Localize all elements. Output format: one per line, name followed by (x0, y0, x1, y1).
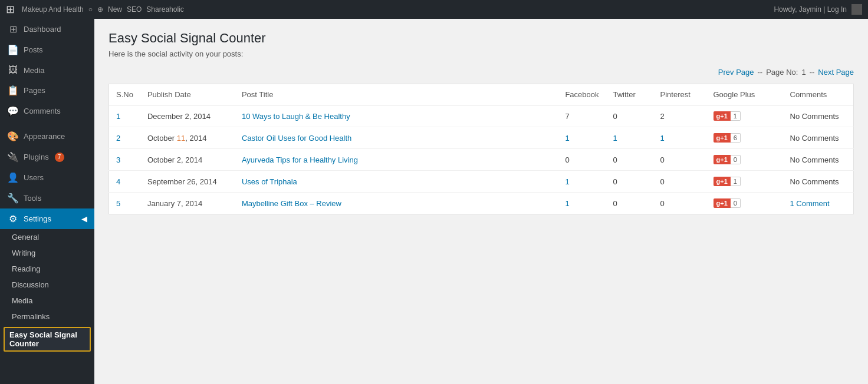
twitter-count-link[interactable]: 1 (613, 134, 617, 143)
admin-bar-sep: ○ (88, 5, 93, 14)
facebook-count-link[interactable]: 1 (565, 177, 569, 186)
cell-sno: 5 (109, 193, 140, 214)
page-sep-2: -- (810, 68, 815, 77)
sidebar-item-label: Comments (24, 107, 61, 115)
cell-facebook: 1 (558, 193, 606, 214)
sidebar-item-pages[interactable]: 📋 Pages (0, 80, 94, 101)
sidebar-item-dashboard[interactable]: ⊞ Dashboard (0, 19, 94, 39)
admin-bar-seo[interactable]: SEO (127, 5, 142, 14)
sidebar-item-users[interactable]: 👤 Users (0, 167, 94, 188)
admin-user-info[interactable]: Howdy, Jaymin | Log In (774, 5, 847, 14)
cell-comments: 1 Comment (783, 193, 854, 214)
sidebar-item-label: Media (24, 66, 44, 75)
wp-logo-icon: ⊞ (6, 3, 15, 16)
comment-link[interactable]: 1 Comment (790, 199, 830, 208)
google-plus-button[interactable]: g+11 (714, 177, 741, 186)
post-title-link[interactable]: Uses of Triphala (242, 177, 297, 186)
post-title-link[interactable]: Maybelline Gift Box – Review (242, 199, 341, 208)
sidebar-sub-item-discussion[interactable]: Discussion (0, 277, 94, 293)
admin-bar-new[interactable]: New (108, 5, 122, 14)
sno-link[interactable]: 5 (116, 199, 120, 208)
cell-sno: 2 (109, 127, 140, 149)
plugins-icon: 🔌 (7, 151, 19, 163)
cell-google-plus: g+10 (706, 149, 783, 171)
google-plus-button[interactable]: g+11 (714, 111, 741, 121)
gplus-label: g+1 (714, 133, 731, 143)
sidebar-item-plugins[interactable]: 🔌 Plugins 7 (0, 147, 94, 167)
admin-bar-shareaholic[interactable]: Shareaholic (146, 5, 183, 14)
post-title-link[interactable]: 10 Ways to Laugh & Be Healthy (242, 112, 350, 121)
col-header-facebook: Facebook (558, 84, 606, 105)
cell-twitter: 1 (606, 127, 653, 149)
sno-link[interactable]: 2 (116, 134, 120, 143)
sno-link[interactable]: 4 (116, 177, 120, 186)
col-header-sno: S.No (109, 84, 140, 105)
site-name[interactable]: Makeup And Health (22, 5, 84, 14)
google-plus-button[interactable]: g+10 (714, 155, 741, 164)
sidebar: ⊞ Dashboard 📄 Posts 🖼 Media 📋 Pages 💬 Co… (0, 19, 94, 384)
gplus-count: 0 (731, 198, 741, 208)
col-header-date: Publish Date (140, 84, 235, 105)
main-content: Easy Social Signal Counter Here is the s… (94, 19, 868, 384)
cell-twitter: 0 (606, 149, 653, 171)
sidebar-item-label: Dashboard (24, 25, 61, 34)
cell-pinterest: 0 (653, 171, 706, 193)
settings-arrow-icon: ◀ (81, 214, 87, 223)
sidebar-item-posts[interactable]: 📄 Posts (0, 39, 94, 60)
pagination-bar: Prev Page -- Page No: 1 -- Next Page (108, 68, 854, 77)
plugins-badge: 7 (55, 153, 64, 162)
sidebar-item-comments[interactable]: 💬 Comments (0, 101, 94, 121)
sidebar-sub-item-easy-social[interactable]: Easy Social Signal Counter (4, 327, 91, 352)
cell-comments: No Comments (783, 105, 854, 127)
pinterest-count-link[interactable]: 1 (660, 134, 665, 143)
sidebar-item-label: Posts (24, 45, 43, 54)
admin-bar-right: Howdy, Jaymin | Log In (774, 4, 862, 15)
sidebar-sub-item-writing[interactable]: Writing (0, 245, 94, 261)
settings-icon: ⚙ (7, 213, 19, 224)
page-sep-1: -- (758, 68, 763, 77)
prev-page-link[interactable]: Prev Page (718, 68, 754, 77)
dashboard-icon: ⊞ (7, 24, 19, 35)
admin-bar-add[interactable]: ⊕ (97, 5, 103, 14)
cell-title: 10 Ways to Laugh & Be Healthy (235, 105, 558, 127)
sno-link[interactable]: 3 (116, 155, 120, 164)
layout: ⊞ Dashboard 📄 Posts 🖼 Media 📋 Pages 💬 Co… (0, 19, 868, 384)
cell-date: January 7, 2014 (140, 193, 235, 214)
sno-link[interactable]: 1 (116, 112, 120, 121)
gplus-count: 1 (731, 111, 741, 121)
cell-facebook: 7 (558, 105, 606, 127)
sidebar-sub-item-reading[interactable]: Reading (0, 261, 94, 277)
pages-icon: 📋 (7, 85, 19, 96)
col-header-pinterest: Pinterest (653, 84, 706, 105)
sidebar-item-media[interactable]: 🖼 Media (0, 60, 94, 80)
cell-google-plus: g+11 (706, 171, 783, 193)
next-page-link[interactable]: Next Page (818, 68, 854, 77)
google-plus-button[interactable]: g+10 (714, 198, 741, 208)
gplus-label: g+1 (714, 177, 731, 186)
cell-twitter: 0 (606, 171, 653, 193)
google-plus-button[interactable]: g+16 (714, 133, 741, 143)
facebook-count-link[interactable]: 1 (565, 199, 569, 208)
sidebar-item-settings[interactable]: ⚙ Settings ◀ (0, 208, 94, 229)
sidebar-sub-item-permalinks[interactable]: Permalinks (0, 309, 94, 325)
col-header-twitter: Twitter (606, 84, 653, 105)
sidebar-sub-item-general[interactable]: General (0, 229, 94, 245)
cell-twitter: 0 (606, 105, 653, 127)
cell-sno: 4 (109, 171, 140, 193)
table-row: 4September 26, 2014Uses of Triphala100g+… (109, 171, 854, 193)
posts-icon: 📄 (7, 44, 19, 55)
facebook-count-link[interactable]: 1 (565, 134, 569, 143)
gplus-label: g+1 (714, 155, 731, 164)
sidebar-item-appearance[interactable]: 🎨 Appearance (0, 126, 94, 147)
cell-date: October 11, 2014 (140, 127, 235, 149)
col-header-comments: Comments (783, 84, 854, 105)
sidebar-item-tools[interactable]: 🔧 Tools (0, 188, 94, 208)
cell-title: Uses of Triphala (235, 171, 558, 193)
admin-avatar (851, 4, 862, 15)
sidebar-item-label: Pages (24, 86, 45, 95)
sidebar-sub-item-media[interactable]: Media (0, 293, 94, 309)
cell-twitter: 0 (606, 193, 653, 214)
post-title-link[interactable]: Castor Oil Uses for Good Health (242, 134, 351, 143)
post-title-link[interactable]: Ayurveda Tips for a Healthy Living (242, 155, 358, 164)
sidebar-item-label: Tools (24, 194, 41, 203)
